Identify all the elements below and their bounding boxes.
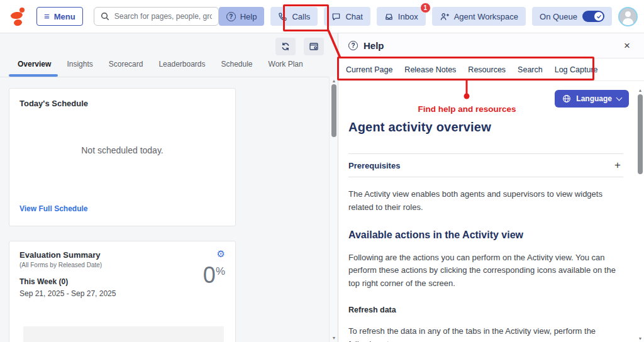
prerequisites-accordion[interactable]: Prerequisites + [348,153,623,177]
help-button[interactable]: ? Help [219,7,265,26]
help-panel-title: Help [364,40,384,51]
phone-icon [278,12,287,21]
chat-button[interactable]: Chat [324,7,370,26]
calls-button[interactable]: Calls [270,7,318,26]
globe-icon [562,94,571,103]
schedule-empty-message: Not scheduled today. [9,145,235,155]
check-icon [596,14,602,19]
toggle-knob [594,12,603,21]
todays-schedule-card: Today's Schedule Not scheduled today. Vi… [9,88,236,226]
agent-workspace-button-label: Agent Workspace [454,12,518,21]
popout-window-icon [309,41,319,52]
view-full-schedule-link[interactable]: View Full Schedule [19,204,87,213]
help-panel: ? Help × Current Page Release Notes Reso… [338,33,644,342]
chat-button-label: Chat [345,12,362,21]
top-bar: ≡ Menu ? Help Calls Chat Inbox 1 [0,0,644,33]
help-tabs: Current Page Release Notes Resources Sea… [338,58,644,81]
help-tab-current-page[interactable]: Current Page [346,65,392,74]
help-panel-header: ? Help × [338,33,644,58]
steps-intro: To refresh the data in any of the tabs i… [348,325,623,342]
menu-button[interactable]: ≡ Menu [36,7,83,26]
eval-week-value: 0 [203,264,216,287]
inbox-tray-icon [384,12,394,21]
left-scrollbar: ▲ ▼ [329,77,338,342]
help-scrollbar-thumb[interactable] [638,94,643,174]
scroll-down-icon[interactable]: ▼ [330,336,338,340]
eval-week-percent: 0 % [203,264,225,287]
inbox-button-label: Inbox [398,12,418,21]
help-tab-release-notes[interactable]: Release Notes [404,65,456,74]
topbar-nav-cluster: ? Help Calls Chat Inbox 1 Agent Workspac… [219,7,638,26]
section-heading: Available actions in the Activity view [348,229,623,241]
article-intro: The Activity view enables both agents an… [348,188,623,214]
eval-week-label: This Week (0) [19,277,225,286]
help-tab-resources[interactable]: Resources [468,65,506,74]
on-queue-control: On Queue [532,7,612,26]
on-queue-label: On Queue [540,12,577,21]
article-title: Agent activity overview [348,120,623,135]
evaluation-summary-card: Evaluation Summary ⚙ (All Forms by Relea… [9,241,236,342]
scroll-up-icon[interactable]: ▲ [330,79,338,83]
refresh-data-subheading: Refresh data [348,306,623,314]
genesys-logo-icon [11,7,27,26]
language-button[interactable]: Language [555,90,629,108]
tab-overview[interactable]: Overview [18,60,51,77]
evaluation-card-subtitle: (All Forms by Released Date) [19,262,225,268]
close-icon[interactable]: × [624,40,634,52]
scroll-down-icon[interactable]: ▼ [636,336,644,341]
help-circle-icon: ? [348,41,358,50]
chevron-down-icon [616,95,623,101]
help-tab-log-capture[interactable]: Log Capture [555,65,598,74]
app-screen: ≡ Menu ? Help Calls Chat Inbox 1 [0,0,644,342]
evaluation-card-title: Evaluation Summary [19,250,225,260]
help-scrollbar: ▲ ▼ [636,87,644,342]
tab-scorecard[interactable]: Scorecard [109,60,143,77]
user-avatar[interactable] [618,7,638,26]
chat-bubble-icon [331,12,341,21]
search-input[interactable] [114,12,212,21]
eval-week-range: Sep 21, 2025 - Sep 27, 2025 [19,289,225,298]
menu-button-label: Menu [54,12,75,21]
activity-tabs: Overview Insights Scorecard Leaderboards… [0,60,330,77]
help-button-label: Help [240,12,257,21]
prerequisites-label: Prerequisites [348,161,400,170]
on-queue-toggle[interactable] [582,11,604,22]
eval-week-progressbar [23,326,224,342]
search-icon [101,12,109,21]
tab-leaderboards[interactable]: Leaderboards [158,60,205,77]
help-tab-search[interactable]: Search [518,65,543,74]
agent-workspace-button[interactable]: Agent Workspace [432,7,526,26]
schedule-card-title: Today's Schedule [19,99,88,108]
refresh-icon [280,41,291,52]
inbox-notification-badge: 1 [420,3,431,13]
activity-panel: Overview Insights Scorecard Leaderboards… [0,33,338,342]
global-search [94,7,219,26]
inbox-button[interactable]: Inbox 1 [377,7,426,26]
scroll-up-icon[interactable]: ▲ [636,88,644,92]
language-button-label: Language [576,94,612,103]
section-body: Following are the actions you can perfor… [348,251,623,290]
left-scrollbar-thumb[interactable] [331,84,336,137]
tab-work-plan[interactable]: Work Plan [269,60,303,77]
plus-icon[interactable]: + [614,159,623,172]
activity-toolbar [275,38,324,55]
tab-insights[interactable]: Insights [67,60,92,77]
eval-week-unit: % [216,265,225,278]
popout-window-button[interactable] [304,38,324,55]
gear-icon[interactable]: ⚙ [217,249,225,258]
person-add-icon [440,12,450,21]
refresh-button[interactable] [275,38,296,55]
tab-schedule[interactable]: Schedule [221,60,253,77]
help-article: Agent activity overview Prerequisites + … [348,120,623,342]
help-circle-icon: ? [226,12,236,21]
hamburger-icon: ≡ [44,11,50,21]
calls-button-label: Calls [292,12,310,21]
